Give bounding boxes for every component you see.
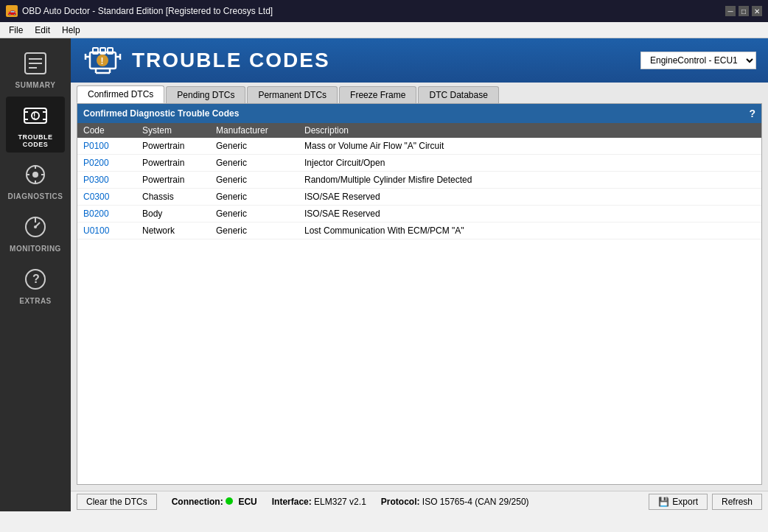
table-section-title: Confirmed Diagnostic Trouble Codes	[83, 108, 239, 119]
status-bar: Clear the DTCs Connection: ECU Interface…	[71, 491, 768, 511]
page-header: ! TROUBLE CODES EngineControl - ECU1	[71, 38, 768, 83]
dtc-manufacturer: Generic	[216, 141, 304, 151]
maximize-button[interactable]: □	[739, 6, 749, 16]
dtc-code[interactable]: C0300	[83, 192, 142, 202]
table-row[interactable]: P0300 Powertrain Generic Random/Multiple…	[77, 172, 761, 189]
dtc-table-container: Confirmed Diagnostic Trouble Codes ? Cod…	[77, 103, 762, 485]
sidebar-item-summary[interactable]: SUMMARY	[6, 44, 65, 94]
sidebar: SUMMARY ! TROUBLE CODES	[0, 38, 71, 511]
tab-confirmed-dtcs[interactable]: Confirmed DTCs	[77, 85, 164, 103]
connection-label: Connection:	[172, 497, 223, 507]
interface-label: Interface:	[272, 497, 312, 507]
interface-status: Interface: ELM327 v2.1	[272, 497, 366, 507]
clear-dtcs-button[interactable]: Clear the DTCs	[77, 494, 157, 510]
action-buttons: 💾 Export Refresh	[649, 494, 762, 510]
col-header-manufacturer: Manufacturer	[216, 125, 304, 136]
dtc-description: ISO/SAE Reserved	[304, 209, 755, 219]
dtc-description: Mass or Volume Air Flow "A" Circuit	[304, 141, 755, 151]
dtc-description: ISO/SAE Reserved	[304, 192, 755, 202]
dtc-manufacturer: Generic	[216, 209, 304, 219]
sidebar-label-summary: SUMMARY	[15, 81, 56, 89]
connection-value: ECU	[238, 497, 256, 507]
title-bar: 🚗 OBD Auto Doctor - Standard Edition [Re…	[0, 0, 768, 22]
dtc-code[interactable]: B0200	[83, 209, 142, 219]
status-bottom: Clear the DTCs Connection: ECU Interface…	[77, 494, 762, 510]
dtc-system: Powertrain	[142, 141, 216, 151]
app-icon: 🚗	[6, 5, 18, 17]
col-header-system: System	[142, 125, 216, 136]
close-button[interactable]: ✕	[752, 6, 762, 16]
engine-icon: !	[83, 42, 123, 79]
protocol-label: Protocol:	[381, 497, 420, 507]
main-layout: SUMMARY ! TROUBLE CODES	[0, 38, 768, 511]
protocol-status: Protocol: ISO 15765-4 (CAN 29/250)	[381, 497, 529, 507]
col-header-code: Code	[83, 125, 142, 136]
svg-point-20	[34, 225, 37, 228]
svg-text:?: ?	[32, 273, 40, 285]
connection-dot	[226, 497, 233, 505]
export-button[interactable]: 💾 Export	[649, 494, 708, 510]
dtc-manufacturer: Generic	[216, 158, 304, 168]
dtc-system: Chassis	[142, 192, 216, 202]
tab-permanent-dtcs[interactable]: Permanent DTCs	[247, 86, 338, 103]
table-row[interactable]: C0300 Chassis Generic ISO/SAE Reserved	[77, 189, 761, 206]
content-area: ! TROUBLE CODES EngineControl - ECU1 Con…	[71, 38, 768, 511]
help-button[interactable]: ?	[749, 108, 755, 119]
table-row[interactable]: B0200 Body Generic ISO/SAE Reserved	[77, 206, 761, 223]
svg-text:!: !	[101, 56, 104, 66]
refresh-button[interactable]: Refresh	[712, 494, 762, 510]
tab-bar: Confirmed DTCs Pending DTCs Permanent DT…	[71, 83, 768, 103]
dtc-description: Injector Circuit/Open	[304, 158, 755, 168]
dtc-manufacturer: Generic	[216, 225, 304, 236]
dtc-code[interactable]: U0100	[83, 225, 142, 236]
dtc-system: Powertrain	[142, 158, 216, 168]
diagnostics-icon	[21, 160, 50, 189]
page-title: TROUBLE CODES	[132, 49, 330, 72]
menu-edit[interactable]: Edit	[29, 24, 56, 37]
table-section-header: Confirmed Diagnostic Trouble Codes ?	[77, 104, 761, 123]
tab-dtc-database[interactable]: DTC Database	[418, 86, 498, 103]
menu-help[interactable]: Help	[56, 24, 86, 37]
col-header-description: Description	[304, 125, 755, 136]
svg-text:!: !	[33, 112, 35, 120]
dtc-system: Body	[142, 209, 216, 219]
sidebar-item-extras[interactable]: ? EXTRAS	[6, 260, 65, 309]
sidebar-label-extras: EXTRAS	[19, 297, 52, 305]
tab-pending-dtcs[interactable]: Pending DTCs	[166, 86, 245, 103]
svg-point-12	[32, 172, 38, 178]
protocol-value: ISO 15765-4 (CAN 29/250)	[422, 497, 529, 507]
ecu-selector[interactable]: EngineControl - ECU1	[640, 52, 756, 69]
minimize-button[interactable]: ─	[725, 6, 736, 16]
summary-icon	[21, 49, 50, 78]
dtc-code[interactable]: P0100	[83, 141, 142, 151]
extras-icon: ?	[21, 265, 50, 294]
sidebar-label-trouble-codes: TROUBLE CODES	[9, 133, 62, 148]
dtc-manufacturer: Generic	[216, 192, 304, 202]
sidebar-item-trouble-codes[interactable]: ! TROUBLE CODES	[6, 97, 65, 153]
sidebar-item-diagnostics[interactable]: DIAGNOSTICS	[6, 155, 65, 205]
header-left: ! TROUBLE CODES	[83, 42, 330, 79]
save-icon: 💾	[658, 497, 669, 507]
table-row[interactable]: P0100 Powertrain Generic Mass or Volume …	[77, 138, 761, 155]
table-row[interactable]: P0200 Powertrain Generic Injector Circui…	[77, 155, 761, 172]
table-row[interactable]: U0100 Network Generic Lost Communication…	[77, 223, 761, 239]
dtc-code[interactable]: P0200	[83, 158, 142, 168]
dtc-system: Network	[142, 225, 216, 236]
sidebar-item-monitoring[interactable]: MONITORING	[6, 208, 65, 257]
sidebar-label-monitoring: MONITORING	[10, 245, 61, 253]
window-title: OBD Auto Doctor - Standard Edition [Regi…	[22, 6, 273, 16]
column-headers: Code System Manufacturer Description	[77, 123, 761, 138]
monitoring-icon	[21, 212, 50, 242]
dtc-description: Random/Multiple Cylinder Misfire Detecte…	[304, 175, 755, 185]
window-controls: ─ □ ✕	[725, 6, 762, 16]
trouble-codes-icon: !	[21, 101, 50, 130]
menu-file[interactable]: File	[3, 24, 29, 37]
dtc-code[interactable]: P0300	[83, 175, 142, 185]
menu-bar: File Edit Help	[0, 22, 768, 38]
dtc-system: Powertrain	[142, 175, 216, 185]
data-table: P0100 Powertrain Generic Mass or Volume …	[77, 138, 761, 484]
dtc-description: Lost Communication With ECM/PCM "A"	[304, 225, 755, 236]
sidebar-label-diagnostics: DIAGNOSTICS	[8, 192, 63, 200]
tab-freeze-frame[interactable]: Freeze Frame	[339, 86, 416, 103]
dtc-manufacturer: Generic	[216, 175, 304, 185]
